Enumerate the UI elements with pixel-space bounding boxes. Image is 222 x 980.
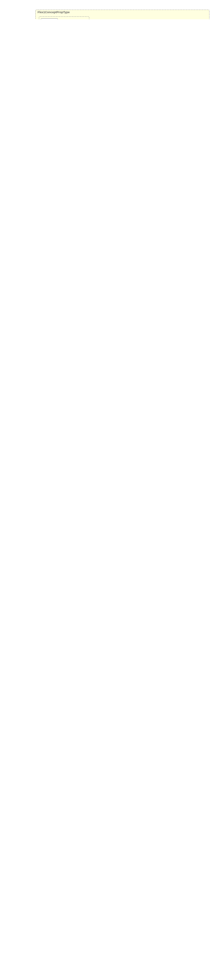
attributes-panel: ▭ attributes id+The local identifier of … [39,16,89,19]
main-type-panel: Flex1ConceptPropType ▭ attributes id+The… [35,10,209,19]
panel-title: Flex1ConceptPropType [36,10,209,14]
attributes-header[interactable]: ▭ attributes [41,18,58,19]
